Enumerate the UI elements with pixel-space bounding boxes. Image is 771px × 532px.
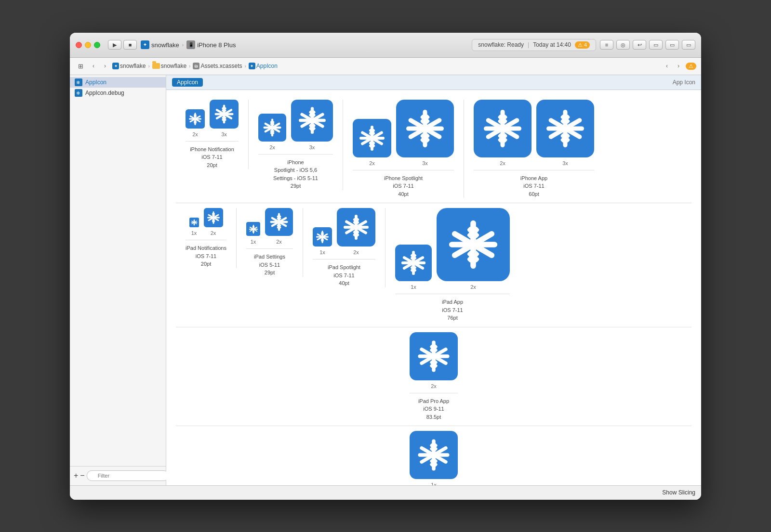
- iphone-spotlight-3x[interactable]: 3x: [396, 100, 454, 166]
- scale-label: 1x: [251, 239, 256, 245]
- toolbar-warning-badge[interactable]: ⚠: [686, 63, 696, 70]
- ipad-spotlight-pair: 1x 2x: [313, 208, 375, 255]
- group-label: iPad Pro AppiOS 9-1183.5pt: [410, 393, 458, 421]
- scale-label: 2x: [470, 284, 476, 290]
- ipad-app-2x[interactable]: 2x: [437, 208, 510, 290]
- ipad-settings-1x[interactable]: 1x: [246, 222, 260, 245]
- sidebar-item-appicon-debug[interactable]: ❄ AppIcon.debug: [70, 88, 166, 98]
- status-time: Today at 14:40: [533, 41, 571, 48]
- app-icon: [353, 119, 391, 157]
- iphone-spotlight-settings-3x[interactable]: 3x: [291, 100, 333, 150]
- warning-badge[interactable]: ⚠ 4: [575, 41, 590, 49]
- appicon-right-label: App Icon: [673, 79, 695, 86]
- ipad-spotlight-2x[interactable]: 2x: [337, 208, 375, 255]
- panel-left-button[interactable]: ▭: [649, 40, 663, 50]
- add-button[interactable]: +: [74, 472, 78, 480]
- scale-label: 3x: [309, 144, 315, 150]
- forward-nav-button[interactable]: ›: [100, 61, 110, 71]
- back-nav-button[interactable]: ‹: [88, 61, 99, 71]
- app-icon: [258, 114, 286, 142]
- stop-button[interactable]: ■: [123, 40, 137, 50]
- ipad-pro-app-2x[interactable]: 2x: [410, 332, 458, 389]
- app-icon: [437, 208, 510, 281]
- next-button[interactable]: ›: [673, 61, 684, 71]
- sidebar-items: ❄ AppIcon ❄ AppIcon.debug: [70, 75, 166, 466]
- ipad-settings-group: 1x 2x iPad SettingsiOS 5-1129pt: [237, 208, 303, 277]
- iphone-spotlight-settings-group: 2x 3x iPhoneSpotlight - iOS 5,6Settings …: [249, 100, 343, 190]
- app-icon: [410, 332, 458, 380]
- iphone-spotlight-group: 2x 3x iPhone SpotlightiOS 7-1140pt: [343, 100, 464, 198]
- maximize-button[interactable]: [94, 42, 100, 48]
- remove-button[interactable]: −: [80, 472, 84, 480]
- app-icon: [204, 208, 223, 227]
- play-button[interactable]: ▶: [108, 40, 121, 50]
- panel-circle-button[interactable]: ◎: [616, 40, 630, 50]
- iphone-spotlight-settings-2x[interactable]: 2x: [258, 114, 286, 150]
- panel-right-button[interactable]: ▭: [682, 40, 695, 50]
- ipad-app-pair: 1x 2x: [395, 208, 510, 290]
- breadcrumb-appicon[interactable]: AppIcon: [256, 63, 278, 69]
- panel-mid-button[interactable]: ▭: [665, 40, 679, 50]
- group-label: iPhone NotificationiOS 7-1120pt: [186, 141, 239, 169]
- group-label: iPhone SpotlightiOS 7-1140pt: [353, 170, 454, 198]
- breadcrumb-nav: ✦ snowflake › snowflake › 🗂 Assets.xcass…: [112, 63, 278, 69]
- iphone-app-3x[interactable]: 3x: [536, 100, 594, 166]
- group-label: iPad NotificationsiOS 7-1120pt: [186, 240, 226, 268]
- grid-view-button[interactable]: ⊞: [75, 60, 86, 72]
- iphone-spotlight-2x[interactable]: 2x: [353, 119, 391, 166]
- filter-input[interactable]: [87, 470, 169, 481]
- titlebar-right-buttons: ≡ ◎ ↩ ▭ ▭ ▭: [600, 40, 695, 50]
- group-label: iPhoneSpotlight - iOS 5,6Settings - iOS …: [258, 154, 333, 190]
- group-label: iPhone AppiOS 7-1160pt: [474, 170, 594, 198]
- appstore-row: 1x App StoreiOS1024pt: [176, 431, 691, 485]
- project-breadcrumb: ✦ snowflake: [141, 40, 179, 49]
- scale-label: 2x: [269, 144, 275, 150]
- ipad-notifications-1x[interactable]: 1x: [189, 218, 199, 236]
- iphone-app-2x[interactable]: 2x: [474, 100, 532, 166]
- sidebar-item-appicon[interactable]: ❄ AppIcon: [70, 77, 166, 88]
- sidebar-footer: + − ⌕: [70, 466, 166, 485]
- row-separator-3: [176, 426, 691, 426]
- app-icon: [189, 218, 199, 227]
- scale-label: 2x: [211, 230, 216, 236]
- breadcrumb-assets-icon: 🗂: [193, 63, 199, 69]
- iphone-notification-group: 2x 3x iPhone NotificationiOS 7-1120pt: [176, 100, 249, 169]
- ipad-app-1x[interactable]: 1x: [395, 245, 432, 290]
- app-icon: [246, 222, 260, 236]
- iphone-notification-2x[interactable]: 2x: [186, 109, 205, 137]
- content-area[interactable]: AppIcon App Icon 2x: [166, 75, 701, 485]
- project-name[interactable]: snowflake: [151, 41, 179, 49]
- scale-label: 1x: [191, 230, 197, 236]
- panel-list-button[interactable]: ≡: [600, 40, 613, 50]
- titlebar-center: ✦ snowflake › 📱 iPhone 8 Plus: [141, 40, 468, 49]
- ipad-spotlight-1x[interactable]: 1x: [313, 227, 332, 255]
- ipad-notifications-2x[interactable]: 2x: [204, 208, 223, 236]
- panel-back-button[interactable]: ↩: [633, 40, 646, 50]
- ipad-app-group: 1x 2x iPad AppiOS 7-1176pt: [386, 208, 519, 322]
- bottom-bar: Show Slicing: [70, 485, 701, 500]
- ipad-spotlight-group: 1x 2x iPad SpotlightiOS 7-1140pt: [303, 208, 386, 287]
- sep-2: ›: [189, 64, 190, 69]
- breadcrumb-project[interactable]: snowflake: [120, 63, 146, 69]
- device-name: iPhone 8 Plus: [197, 41, 236, 49]
- breadcrumb-folder[interactable]: snowflake: [161, 63, 186, 69]
- close-button[interactable]: [76, 42, 82, 48]
- app-icon: [396, 100, 454, 157]
- breadcrumb-assets[interactable]: Assets.xcassets: [200, 63, 242, 69]
- breadcrumb-appicon-icon: ✦: [249, 63, 255, 69]
- prev-button[interactable]: ‹: [662, 61, 672, 71]
- app-icon: [395, 245, 432, 281]
- icons-grid: 2x 3x iPhone NotificationiOS 7-1120pt: [166, 90, 701, 485]
- warning-count: 4: [584, 42, 587, 48]
- appstore-1x[interactable]: 1x: [410, 431, 458, 485]
- ipad-settings-2x[interactable]: 2x: [265, 208, 293, 245]
- status-area: snowflake: Ready | Today at 14:40 ⚠ 4: [472, 39, 596, 51]
- appicon-badge: AppIcon: [172, 78, 203, 87]
- minimize-button[interactable]: [85, 42, 91, 48]
- app-icon: [410, 431, 458, 479]
- iphone-notification-3x[interactable]: 3x: [210, 100, 239, 137]
- svg-text:❄: ❄: [76, 91, 80, 96]
- show-slicing-button[interactable]: Show Slicing: [662, 489, 695, 496]
- ipad-settings-pair: 1x 2x: [246, 208, 293, 245]
- xcode-icon: ✦: [141, 40, 149, 49]
